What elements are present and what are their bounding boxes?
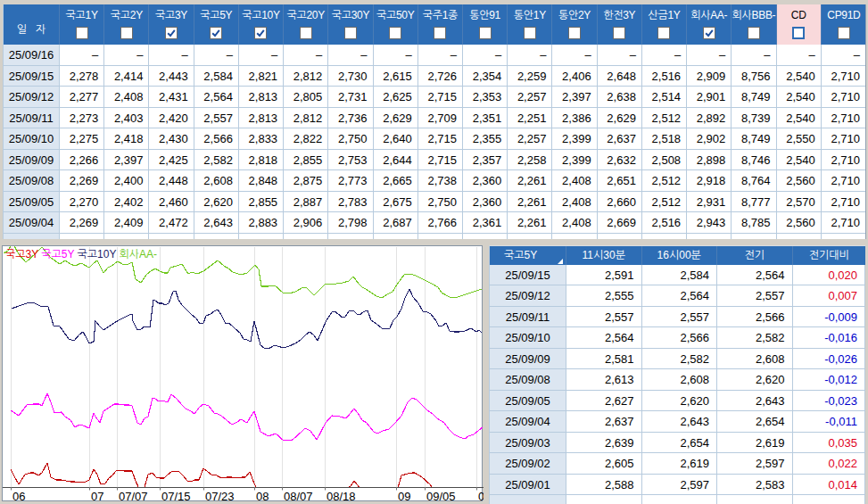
svg-text:07/15: 07/15 — [161, 490, 191, 503]
svg-text:07/07: 07/07 — [119, 490, 148, 503]
svg-text:08/18: 08/18 — [327, 490, 356, 503]
svg-text:06: 06 — [12, 490, 25, 503]
svg-text:09: 09 — [478, 490, 484, 503]
svg-text:09: 09 — [398, 490, 410, 503]
svg-text:09/05: 09/05 — [426, 490, 456, 503]
svg-text:07: 07 — [91, 490, 103, 503]
svg-text:08: 08 — [256, 490, 269, 503]
svg-text:08/07: 08/07 — [284, 490, 313, 503]
svg-text:07/23: 07/23 — [205, 490, 235, 503]
